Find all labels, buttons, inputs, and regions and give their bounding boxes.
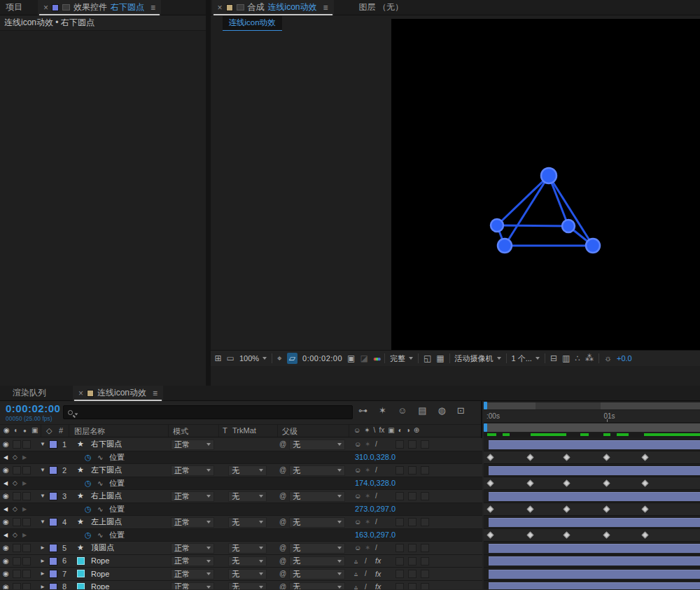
parent-pickwhip-icon[interactable]: @ <box>279 542 286 554</box>
add-keyframe-icon[interactable]: ◇ <box>13 529 18 542</box>
parent-pickwhip-icon[interactable]: @ <box>279 581 286 590</box>
layer-row[interactable]: ◉►5★顶圆点正常无@无☺✶/ <box>0 542 482 555</box>
layer-switch-cell[interactable] <box>22 583 31 590</box>
grid-guides-icon[interactable]: ⌖ <box>277 353 282 363</box>
parent-select[interactable]: 无 <box>289 465 345 476</box>
layer-switch-cell[interactable] <box>22 440 31 449</box>
keyframe-diamond[interactable] <box>486 506 493 513</box>
layer-row[interactable]: ◉►7Rope正常无@无▵/fx <box>0 568 482 581</box>
mask-path-visibility-icon[interactable]: ▱ <box>287 353 298 364</box>
column-layer-name[interactable]: 图层名称 <box>74 426 105 437</box>
layer-switch-cell[interactable] <box>22 557 31 566</box>
parent-select[interactable]: 无 <box>289 556 345 567</box>
layer-expand-triangle[interactable]: ► <box>40 568 46 580</box>
stopwatch-icon[interactable]: ◷ <box>85 503 92 516</box>
layer-visibility-eye-icon[interactable]: ◉ <box>3 542 9 554</box>
keyframe-diamond[interactable] <box>642 454 649 461</box>
layer-duration-row[interactable] <box>484 438 700 451</box>
layer-duration-bar[interactable] <box>489 570 700 579</box>
property-row[interactable]: ◀◇▶◷∿位置310.0,328.0 <box>0 451 482 465</box>
keyframe-row[interactable] <box>484 529 700 542</box>
collapse-icon[interactable]: ✶ <box>365 542 370 554</box>
layer-name[interactable]: Rope <box>91 555 109 568</box>
resolution-select[interactable]: 完整 <box>390 353 413 364</box>
column-t[interactable]: T <box>223 426 227 435</box>
quality-icon[interactable]: / <box>375 490 377 503</box>
frame-blending-icon[interactable]: ▤ <box>418 405 426 416</box>
layer-switch-cell[interactable] <box>421 570 429 578</box>
layer-label-color[interactable] <box>49 544 57 552</box>
keyframe-diamond[interactable] <box>563 480 570 487</box>
parent-select[interactable]: 无 <box>289 543 345 554</box>
tab-project[interactable]: 项目 <box>0 0 28 15</box>
adjustment-layer-header-icon[interactable]: ▣ <box>388 426 394 434</box>
snapshot-icon[interactable]: ▣ <box>347 353 355 363</box>
trkmat-select[interactable]: 无 <box>228 556 267 567</box>
keyframe-diamond[interactable] <box>526 506 533 513</box>
layer-visibility-eye-icon[interactable]: ◉ <box>3 438 9 451</box>
panel-menu-icon[interactable]: ≡ <box>323 3 328 13</box>
keyframe-row[interactable] <box>484 451 700 465</box>
layer-label-color[interactable] <box>49 440 57 449</box>
collapse-icon[interactable]: ✶ <box>365 490 370 503</box>
parent-pickwhip-icon[interactable]: @ <box>279 464 286 477</box>
tab-layer-viewer[interactable]: 图层 （无） <box>354 0 409 15</box>
layer-row[interactable]: ◉►6Rope正常无@无▵/fx <box>0 555 482 568</box>
parent-pickwhip-icon[interactable]: @ <box>279 438 286 451</box>
layer-switch-cell[interactable] <box>13 557 21 566</box>
layer-name[interactable]: 左下圆点 <box>91 464 122 477</box>
trkmat-select[interactable]: 无 <box>228 569 267 580</box>
property-value[interactable]: 273.0,297.0 <box>355 505 396 513</box>
keyframe-diamond[interactable] <box>603 454 610 461</box>
column-mode[interactable]: 模式 <box>173 426 188 437</box>
property-value[interactable]: 310.0,328.0 <box>355 453 396 461</box>
layer-switch-cell[interactable] <box>396 557 404 566</box>
layer-label-color[interactable] <box>49 557 57 566</box>
tab-composition[interactable]: × 合成 连线icon动效 ≡ <box>212 0 334 15</box>
quality-icon[interactable]: / <box>365 555 367 568</box>
quality-header-icon[interactable]: \ <box>374 426 376 434</box>
lock-column-icon[interactable]: ▣ <box>31 426 38 434</box>
layer-expand-triangle[interactable]: ▼ <box>40 490 46 503</box>
tab-timeline-comp[interactable]: × 连线icon动效 ≡ <box>73 386 163 401</box>
trkmat-select[interactable]: 无 <box>228 582 267 590</box>
quality-icon[interactable]: / <box>375 438 377 451</box>
parent-select[interactable]: 无 <box>289 517 345 528</box>
effects-header-icon[interactable]: ◑ <box>406 426 410 434</box>
search-options-chevron-icon[interactable] <box>75 413 78 415</box>
layer-name[interactable]: Rope <box>91 568 109 580</box>
viewer-timecode[interactable]: 0:00:02:00 <box>302 354 342 363</box>
exposure-reset-icon[interactable]: ☼ <box>604 353 612 363</box>
collapse-icon[interactable]: ▵ <box>354 555 358 568</box>
layer-switch-cell[interactable] <box>408 557 416 566</box>
timeline-button-icon[interactable]: ∴ <box>575 353 580 363</box>
value-graph-icon[interactable]: ∿ <box>97 529 103 542</box>
layer-expand-triangle[interactable]: ▼ <box>40 464 46 477</box>
mode-select[interactable]: 正常 <box>171 582 214 590</box>
graph-editor-icon[interactable]: ⊡ <box>457 405 465 416</box>
shy-icon[interactable]: ☺ <box>354 490 361 503</box>
layer-expand-triangle[interactable]: ► <box>40 542 46 554</box>
collapse-header-icon[interactable]: ✶ <box>364 426 370 434</box>
keyframe-row[interactable] <box>484 477 700 491</box>
collapse-icon[interactable]: ▵ <box>354 568 358 580</box>
layer-switch-cell[interactable] <box>13 466 21 475</box>
layer-name[interactable]: 左上圆点 <box>91 516 122 528</box>
layer-row[interactable]: ◉►8Rope正常无@无▵/fx <box>0 581 482 590</box>
layer-duration-row[interactable] <box>484 516 700 529</box>
layer-visibility-eye-icon[interactable]: ◉ <box>3 490 9 503</box>
panel-menu-icon[interactable]: ≡ <box>153 388 158 398</box>
mode-select[interactable]: 正常 <box>171 543 214 554</box>
search-input[interactable] <box>80 408 332 416</box>
collapse-icon[interactable]: ✶ <box>365 438 370 451</box>
trkmat-select[interactable]: 无 <box>228 517 267 528</box>
layer-duration-row[interactable] <box>484 568 700 581</box>
column-parent[interactable]: 父级 <box>282 426 298 437</box>
column-trkmat[interactable]: TrkMat <box>232 426 256 435</box>
layer-switch-cell[interactable] <box>408 518 416 526</box>
layer-switch-cell[interactable] <box>13 492 21 500</box>
layer-switch-cell[interactable] <box>22 544 31 552</box>
property-row[interactable]: ◀◇▶◷∿位置174.0,328.0 <box>0 477 482 491</box>
shy-icon[interactable]: ☺ <box>354 464 361 477</box>
layer-switch-cell[interactable] <box>396 492 404 500</box>
